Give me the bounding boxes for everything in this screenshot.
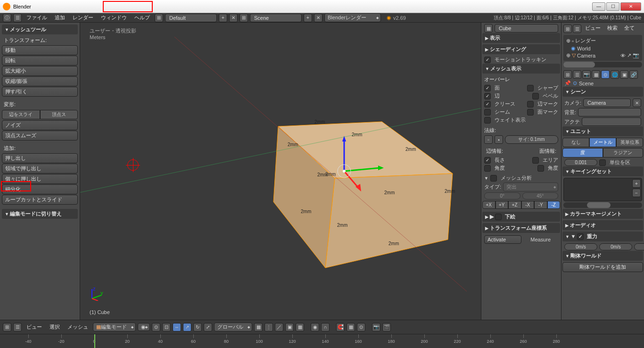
display-panel-header[interactable]: 表示 [482,33,560,43]
normal-size-field[interactable]: サイ: 0.1mm [505,135,558,144]
opengl-render-icon[interactable]: 📷 [372,323,380,331]
scale-manipulator-icon[interactable]: ⤢ [204,323,212,331]
rigid-body-world-header[interactable]: 剛体ワールド [562,251,643,261]
outliner-search-menu[interactable]: 検索 [604,25,620,33]
rotate-button[interactable]: 回転 [2,56,78,66]
tree-render-layers[interactable]: ⊕▫レンダー [565,37,640,45]
select-menu[interactable]: 選択 [47,323,63,331]
tab-render-icon[interactable]: 📷 [582,70,591,79]
face-normal-icon[interactable]: ▪ [495,135,503,144]
scene-selector[interactable]: Scene [250,14,302,22]
manipulator-toggle[interactable]: ↔ [173,323,181,331]
axis-pz[interactable]: +Z [508,201,521,209]
timeline-editor[interactable]: -40-200204060801001201401601802002202402… [0,334,644,348]
area-check[interactable] [532,157,539,164]
mesh-menu[interactable]: メッシュ [65,323,91,331]
render-engine-selector[interactable]: Blenderレンダー [324,13,381,22]
tab-layers-icon[interactable]: ▦ [592,70,600,79]
shading-panel-header[interactable]: シェーディング [482,44,560,54]
outliner-collapse-icon[interactable]: ☰ [573,25,581,33]
tab-scene-icon[interactable]: ⊙ [601,70,610,79]
scene-del-icon[interactable]: ✕ [314,14,322,22]
weights-check[interactable] [484,117,491,124]
bevel-check[interactable] [532,93,539,99]
tab-constraints-icon[interactable]: 🔗 [629,70,638,79]
menu-render[interactable]: レンダー [70,14,96,21]
loopcut-slide-button[interactable]: ループカットとスライド [2,195,78,205]
vertex-normal-icon[interactable]: ▫ [484,135,493,144]
tree-world[interactable]: ◉World [565,45,640,52]
vert-slide-button[interactable]: 頂点ス [40,110,78,119]
axis-py[interactable]: +Y [495,201,509,209]
add-rigid-body-world-button[interactable]: 剛体ワールドを追加 [562,262,643,272]
rotate-manipulator-icon[interactable]: ↻ [193,323,202,331]
keying-sets-header[interactable]: キーイングセット [562,166,643,176]
angle-min-field[interactable]: 0° [484,192,520,199]
outliner-all-menu[interactable]: 全て [621,25,637,33]
shading-selector[interactable]: ◉ [138,323,150,331]
face-select-icon[interactable]: ▣ [285,323,294,331]
axis-ny[interactable]: -Y [534,201,547,209]
angle-check[interactable] [484,165,491,172]
layout-del-icon[interactable]: ✕ [229,14,238,22]
screen-layout-icon[interactable]: ⊞ [155,14,163,22]
mode-selector[interactable]: ▦ 編集モード [93,323,136,331]
proportional-edit-icon[interactable]: ◉ [311,323,319,331]
menu-add[interactable]: 追加 [52,14,68,21]
active-clip-field[interactable] [582,117,641,126]
keying-remove-icon[interactable]: − [632,189,641,197]
face-angle-check[interactable] [537,165,544,172]
angle-degrees[interactable]: 度 [562,148,603,157]
units-panel-header[interactable]: ユニット [562,126,643,136]
length-check[interactable] [484,157,491,164]
minimize-button[interactable]: — [592,2,605,11]
close-button[interactable]: ✕ [620,2,641,11]
layout-add-icon[interactable]: + [219,14,227,22]
unit-imperial[interactable]: 英単位系 [616,138,643,147]
mesh-tools-header[interactable]: メッシュツール [2,25,78,34]
gravity-z-field[interactable]: -9.8 [634,243,644,250]
extrude-individual-button[interactable]: 個々に押し出し [2,174,78,184]
3dview-editor-icon[interactable]: ⊞ [3,323,11,331]
extrude-button[interactable]: 押し出し [2,153,78,163]
transform-orientation-header[interactable]: トランスフォーム座標系 [482,223,560,233]
tab-world-icon[interactable]: 🌐 [611,70,619,79]
properties-editor-icon[interactable]: ⊞ [563,70,572,79]
sharp-check[interactable] [527,85,534,91]
translate-button[interactable]: 移動 [2,45,78,55]
edge-slide-button[interactable]: 辺をスライ [2,110,40,119]
switch-editmode-header[interactable]: 編集モードに切り替え [2,209,78,219]
outliner-editor-icon[interactable]: ⊞ [563,25,572,33]
creases-check[interactable] [484,101,491,108]
scene-breadcrumb[interactable]: Scene [579,81,594,86]
unit-scale-field[interactable]: 0.001 [564,159,597,166]
snap-toggle-icon[interactable]: 🧲 [336,323,345,331]
unit-none[interactable]: なし [562,138,589,147]
faces-check[interactable] [484,85,491,91]
layers-icon[interactable]: ▦ [254,323,263,331]
edges-check[interactable] [484,93,491,99]
menu-window[interactable]: ウィンドウ [98,14,130,21]
collapse-icon[interactable]: ☰ [13,14,22,22]
3dview-collapse-icon[interactable]: ☰ [13,323,22,331]
editor-type-icon[interactable]: ⓘ [3,14,11,22]
gravity-check[interactable] [577,233,584,240]
unit-metric[interactable]: メートル [589,138,616,147]
push-pull-button[interactable]: 押す/引く [2,87,78,97]
motion-tracking-check[interactable] [484,57,491,63]
keying-scrollbar[interactable] [563,202,642,208]
mesh-analysis-check[interactable] [490,175,497,182]
3d-viewport[interactable]: ユーザー・透視投影 Meters 2mm 2mm 2m [80,23,481,320]
facemark-check[interactable] [527,109,534,116]
snap-target-icon[interactable]: ⊙ [357,323,365,331]
shrink-fatten-button[interactable]: 収縮/膨張 [2,76,78,86]
scale-button[interactable]: 拡大縮小 [2,66,78,76]
edge-select-icon[interactable]: ／ [275,323,283,331]
color-management-header[interactable]: カラーマネージメント [562,209,643,219]
maximize-button[interactable]: ☐ [606,2,619,11]
outliner-scrollbar[interactable] [563,62,642,67]
edgemark-check[interactable] [527,101,534,108]
tree-camera[interactable]: ⊕▽Camera👁↗📷 [565,52,640,59]
gravity-header[interactable]: ▼ 重力 [562,232,643,241]
outliner-view-menu[interactable]: ビュー [582,25,603,33]
